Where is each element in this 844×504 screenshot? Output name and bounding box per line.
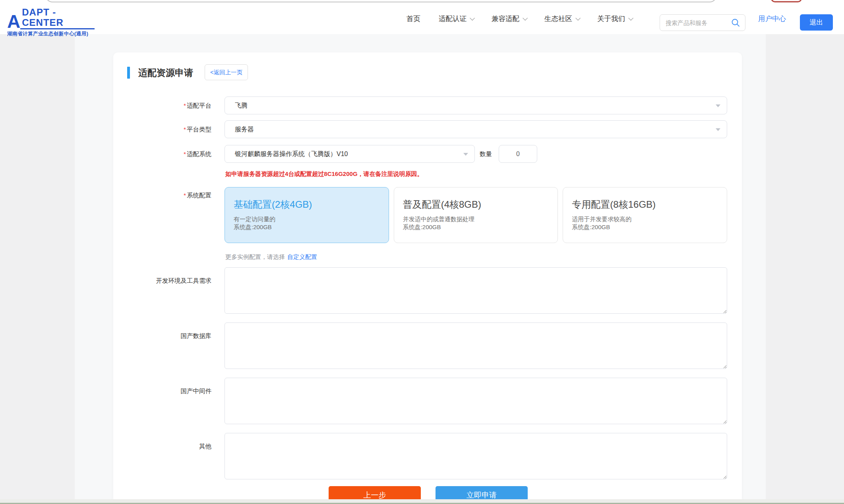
chevron-down-icon bbox=[523, 15, 528, 21]
nav-item-home[interactable]: 首页 bbox=[407, 14, 420, 23]
resource-warning-text: 如申请服务器资源超过4台或配置超过8C16G200G，请在备注里说明原因。 bbox=[225, 170, 423, 178]
quantity-label: 数量 bbox=[480, 150, 492, 158]
system-select-value: 银河麒麟服务器操作系统（飞腾版）V10 bbox=[235, 151, 348, 157]
user-center-link[interactable]: 用户中心 bbox=[758, 3, 786, 34]
window-bottom-edge bbox=[0, 499, 844, 504]
database-textarea[interactable] bbox=[225, 322, 727, 369]
config-card-title: 普及配置(4核8GB) bbox=[403, 199, 558, 210]
chevron-down-icon bbox=[470, 15, 475, 21]
red-pill-fragment bbox=[771, 0, 802, 2]
platform-select-value: 飞腾 bbox=[235, 102, 248, 109]
config-card-disk: 系统盘:200GB bbox=[234, 223, 389, 231]
back-button[interactable]: <返回上一页 bbox=[205, 64, 248, 80]
quantity-input[interactable] bbox=[499, 145, 537, 163]
search-input[interactable] bbox=[666, 19, 728, 26]
field-label-database: 国产数据库 bbox=[113, 332, 211, 340]
config-card-basic[interactable]: 基础配置(2核4GB) 有一定访问量的 系统盘:200GB bbox=[225, 187, 389, 243]
logout-button[interactable]: 退出 bbox=[800, 14, 833, 31]
site-header: A DAPT - CENTER 湖南省计算产业生态创新中心(通用) 首页 适配认… bbox=[0, 3, 844, 34]
main-nav: 首页 适配认证 兼容适配 生态社区 关于我们 bbox=[407, 3, 632, 34]
field-label-platform-type: *平台类型 bbox=[113, 125, 211, 133]
config-card-standard[interactable]: 普及配置(4核8GB) 并发适中的或普通数据处理 系统盘:200GB bbox=[394, 187, 558, 243]
more-config-hint: 更多实例配置，请选择自定义配置 bbox=[225, 253, 317, 261]
system-select[interactable]: 银河麒麟服务器操作系统（飞腾版）V10 bbox=[225, 145, 475, 163]
logo-letter: A bbox=[7, 14, 20, 29]
logo-title: DAPT - CENTER bbox=[20, 7, 95, 29]
field-label-config: *系统配置 bbox=[113, 191, 211, 199]
nav-label: 关于我们 bbox=[597, 14, 625, 23]
nav-label: 生态社区 bbox=[544, 14, 572, 23]
caret-down-icon bbox=[716, 128, 720, 131]
caret-down-icon bbox=[463, 153, 468, 156]
field-label-middleware: 国产中间件 bbox=[113, 387, 211, 395]
nav-item-compatibility[interactable]: 兼容适配 bbox=[492, 14, 526, 23]
config-card-dedicated[interactable]: 专用配置(8核16GB) 适用于并发要求较高的 系统盘:200GB bbox=[563, 187, 727, 243]
config-card-desc: 适用于并发要求较高的 bbox=[572, 215, 727, 223]
nav-label: 首页 bbox=[407, 14, 420, 23]
chevron-down-icon bbox=[575, 15, 581, 21]
config-card-title: 基础配置(2核4GB) bbox=[234, 199, 389, 210]
chevron-down-icon bbox=[628, 15, 633, 21]
field-label-dev-env: 开发环境及工具需求 bbox=[113, 276, 211, 285]
nav-label: 兼容适配 bbox=[492, 14, 519, 23]
required-asterisk: * bbox=[184, 102, 186, 109]
field-label-other: 其他 bbox=[113, 442, 211, 450]
nav-label: 适配认证 bbox=[439, 14, 467, 23]
right-gutter bbox=[766, 34, 844, 504]
logo-subtitle: 湖南省计算产业生态创新中心(通用) bbox=[7, 31, 95, 37]
page-title: 适配资源申请 bbox=[138, 67, 193, 79]
config-card-group: 基础配置(2核4GB) 有一定访问量的 系统盘:200GB 普及配置(4核8GB… bbox=[225, 187, 727, 243]
config-card-title: 专用配置(8核16GB) bbox=[572, 199, 727, 210]
nav-item-ecosystem[interactable]: 生态社区 bbox=[544, 14, 579, 23]
caret-down-icon bbox=[716, 104, 720, 107]
site-logo[interactable]: A DAPT - CENTER 湖南省计算产业生态创新中心(通用) bbox=[7, 7, 95, 37]
address-bar-fragment bbox=[45, 0, 717, 2]
field-label-system: *适配系统 bbox=[113, 150, 211, 158]
browser-edge-sliver bbox=[0, 0, 844, 3]
middleware-textarea[interactable] bbox=[225, 378, 727, 424]
required-asterisk: * bbox=[184, 151, 186, 157]
search-box[interactable] bbox=[660, 14, 745, 31]
left-gutter bbox=[0, 34, 75, 504]
platform-select[interactable]: 飞腾 bbox=[225, 97, 727, 114]
platform-type-select[interactable]: 服务器 bbox=[225, 120, 727, 138]
title-accent-bar bbox=[127, 67, 130, 79]
search-icon[interactable] bbox=[731, 18, 740, 27]
config-card-disk: 系统盘:200GB bbox=[403, 223, 558, 231]
other-textarea[interactable] bbox=[225, 433, 727, 479]
required-asterisk: * bbox=[184, 192, 186, 199]
application-form-panel: 适配资源申请 <返回上一页 *适配平台 飞腾 *平台类型 服务器 *适配系统 银… bbox=[113, 52, 742, 504]
config-card-disk: 系统盘:200GB bbox=[572, 223, 727, 231]
nav-item-certification[interactable]: 适配认证 bbox=[439, 14, 473, 23]
config-card-desc: 有一定访问量的 bbox=[234, 215, 389, 223]
custom-config-link[interactable]: 自定义配置 bbox=[287, 253, 317, 260]
dev-env-textarea[interactable] bbox=[225, 267, 727, 314]
field-label-platform: *适配平台 bbox=[113, 101, 211, 110]
config-card-desc: 并发适中的或普通数据处理 bbox=[403, 215, 558, 223]
nav-item-about[interactable]: 关于我们 bbox=[597, 14, 632, 23]
required-asterisk: * bbox=[184, 126, 186, 133]
platform-type-select-value: 服务器 bbox=[235, 126, 254, 133]
